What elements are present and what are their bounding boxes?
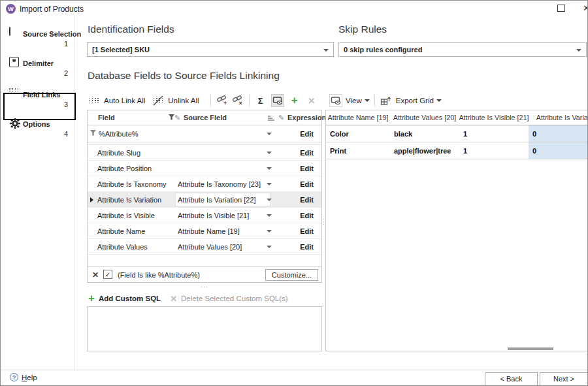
field-table-header: Field ✎ Source Field ✎ Expression bbox=[88, 110, 321, 125]
help-question-icon: ? bbox=[10, 373, 18, 381]
sidebar-item-delimiter[interactable]: ❞ Delimiter 2 bbox=[1, 55, 74, 81]
column-header[interactable]: Attribute Is Visible [21] bbox=[459, 110, 529, 125]
import-wizard-window: W Import of Products ✕ Source Selection … bbox=[0, 0, 588, 386]
clear-filter-icon[interactable]: ✕ bbox=[92, 270, 99, 280]
chevron-down-icon[interactable] bbox=[267, 152, 272, 154]
table-row[interactable]: Print apple|flower|tree 1 0 bbox=[326, 142, 588, 159]
delete-row-icon: ✕ bbox=[305, 94, 318, 107]
window-title: Import of Products bbox=[20, 5, 84, 14]
chevron-down-icon[interactable] bbox=[267, 246, 272, 248]
vertical-splitter-handle[interactable]: ··· bbox=[323, 218, 325, 226]
horizontal-scrollbar[interactable] bbox=[508, 347, 553, 350]
skip-rules-dropdown[interactable]: 0 skip rules configured bbox=[338, 42, 587, 57]
document-icon bbox=[9, 27, 20, 39]
selected-row-marker-icon bbox=[90, 197, 93, 202]
view-menu-button[interactable]: View bbox=[346, 97, 362, 105]
edit-link[interactable]: Edit bbox=[300, 243, 314, 251]
field-filter-row[interactable]: %Attribute% Edit bbox=[88, 125, 321, 142]
next-button[interactable]: Next > bbox=[540, 372, 588, 386]
custom-sql-toolbar: + Add Custom SQL ✕ Delete Selected Custo… bbox=[88, 292, 288, 305]
maximize-button[interactable] bbox=[557, 5, 565, 12]
sidebar-item-options[interactable]: Options 4 bbox=[1, 116, 74, 142]
export-grid-button[interactable]: Export Grid bbox=[396, 97, 434, 105]
sidebar-item-field-links[interactable]: Field Links 3 bbox=[1, 84, 74, 110]
app-logo-icon: W bbox=[6, 4, 16, 14]
delete-custom-sql-button: Delete Selected Custom SQL(s) bbox=[181, 295, 288, 302]
field-row-attribute-name[interactable]: Attribute Name Attribute Name [19] Edit bbox=[88, 223, 321, 239]
gear-icon bbox=[9, 118, 20, 129]
customize-filter-button[interactable]: Customize... bbox=[265, 269, 318, 281]
auto-link-all-button[interactable]: Auto Link All bbox=[104, 97, 145, 105]
identification-fields-dropdown[interactable]: [1 Selected] SKU bbox=[87, 42, 334, 57]
delete-icon: ✕ bbox=[170, 294, 177, 304]
wizard-steps-sidebar: Source Selection 1 ❞ Delimiter 2 Field L… bbox=[1, 16, 74, 370]
chevron-down-icon bbox=[365, 99, 370, 102]
edit-link[interactable]: Edit bbox=[300, 180, 314, 188]
auto-link-icon bbox=[88, 94, 101, 107]
table-row[interactable]: Color black 1 0 bbox=[326, 125, 588, 142]
unlink-all-button[interactable]: Unlink All bbox=[168, 97, 199, 105]
chevron-down-icon[interactable] bbox=[267, 133, 272, 135]
footer-bar: ? Help < Back Next > bbox=[1, 370, 587, 385]
edit-link[interactable]: Edit bbox=[300, 130, 314, 138]
view-eye-icon bbox=[329, 94, 342, 107]
identification-fields-heading: Identification Fields bbox=[88, 24, 174, 35]
chevron-down-icon[interactable] bbox=[267, 214, 272, 217]
field-row-attribute-is-visible[interactable]: Attribute Is Visible Attribute Is Visibl… bbox=[88, 208, 321, 223]
filter-funnel-icon bbox=[90, 130, 97, 136]
edit-link[interactable]: Edit bbox=[300, 196, 314, 204]
column-header[interactable]: Attribute Name [19] bbox=[326, 110, 390, 125]
edit-link[interactable]: Edit bbox=[300, 227, 314, 235]
custom-sql-list[interactable] bbox=[87, 306, 322, 351]
title-bar: W Import of Products ✕ bbox=[1, 1, 587, 16]
expression-column-header[interactable]: Expression bbox=[287, 114, 326, 121]
preview-toggle-icon[interactable] bbox=[271, 94, 284, 107]
add-link-icon[interactable]: + bbox=[216, 94, 229, 107]
chevron-down-icon[interactable] bbox=[267, 183, 272, 185]
chevron-down-icon[interactable] bbox=[267, 230, 272, 233]
linking-section-heading: Database Fields to Source Fields Linkini… bbox=[88, 70, 280, 82]
pencil-icon: ✎ bbox=[174, 114, 180, 122]
source-field-column-header[interactable]: Source Field bbox=[184, 114, 227, 121]
chevron-down-icon bbox=[323, 49, 329, 52]
field-links-table: Field ✎ Source Field ✎ Expression %Attri… bbox=[87, 110, 322, 283]
add-row-icon[interactable]: + bbox=[288, 94, 301, 107]
horizontal-splitter-handle[interactable]: ··· bbox=[197, 283, 212, 290]
edit-link[interactable]: Edit bbox=[300, 212, 314, 219]
field-row-attribute-position[interactable]: Attribute Position Edit bbox=[88, 161, 321, 176]
help-link[interactable]: ? Help bbox=[10, 373, 37, 381]
preview-toolbar: View Export Grid bbox=[329, 93, 442, 108]
sidebar-item-source-selection[interactable]: Source Selection 1 bbox=[1, 25, 74, 52]
field-row-attribute-values[interactable]: Attribute Values Attribute Values [20] E… bbox=[88, 239, 321, 255]
svg-text:+: + bbox=[223, 100, 227, 106]
toolbar-separator bbox=[374, 95, 375, 106]
preview-grid: Attribute Name [19] Attribute Values [20… bbox=[325, 110, 588, 351]
linking-toolbar: Auto Link All Unlink All + × Σ + ✕ bbox=[88, 93, 318, 108]
filter-enabled-checkbox[interactable]: ✓ bbox=[103, 270, 112, 279]
active-filter-text: (Field Is like %Attribute%) bbox=[118, 271, 200, 279]
column-header[interactable]: Attribute Values [20] bbox=[390, 110, 459, 125]
pencil-icon: ✎ bbox=[278, 114, 284, 122]
edit-link[interactable]: Edit bbox=[300, 149, 314, 157]
add-custom-sql-button[interactable]: Add Custom SQL bbox=[99, 295, 161, 302]
field-row-attribute-slug[interactable]: Attribute Slug Edit bbox=[88, 145, 321, 161]
remove-link-icon[interactable]: × bbox=[231, 94, 244, 107]
chevron-down-icon bbox=[576, 49, 581, 52]
field-row-attribute-is-taxonomy[interactable]: Attribute Is Taxonomy Attribute Is Taxon… bbox=[88, 176, 321, 192]
field-row-attribute-is-variation[interactable]: Attribute Is Variation Attribute Is Vari… bbox=[88, 192, 321, 208]
field-column-header[interactable]: Field bbox=[98, 114, 115, 121]
back-button[interactable]: < Back bbox=[485, 372, 538, 386]
add-icon: + bbox=[88, 292, 95, 305]
column-header[interactable]: Attribute Is Variation bbox=[529, 110, 588, 125]
close-button[interactable]: ✕ bbox=[583, 3, 588, 13]
expression-sigma-icon[interactable]: Σ bbox=[254, 94, 267, 107]
chevron-down-icon[interactable] bbox=[267, 199, 272, 201]
svg-text:×: × bbox=[238, 100, 242, 106]
delimiter-quote-icon: ❞ bbox=[9, 57, 20, 68]
chevron-down-icon[interactable] bbox=[267, 167, 272, 170]
sort-icon bbox=[268, 115, 275, 121]
dotted-grid-icon bbox=[9, 88, 20, 99]
edit-link[interactable]: Edit bbox=[300, 165, 314, 172]
toolbar-separator bbox=[210, 95, 211, 106]
toolbar-separator bbox=[249, 95, 250, 106]
